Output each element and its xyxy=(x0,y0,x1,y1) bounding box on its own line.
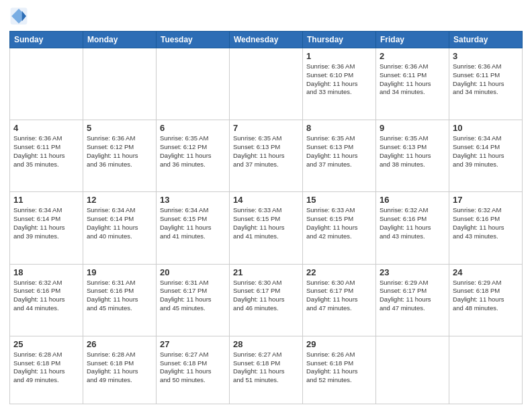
calendar-day-header: Monday xyxy=(83,32,157,48)
calendar-cell: 1Sunrise: 6:36 AM Sunset: 6:10 PM Daylig… xyxy=(303,48,376,120)
calendar-cell: 10Sunrise: 6:34 AM Sunset: 6:14 PM Dayli… xyxy=(449,120,523,192)
calendar-cell: 29Sunrise: 6:26 AM Sunset: 6:18 PM Dayli… xyxy=(303,336,376,404)
cell-info: Sunrise: 6:34 AM Sunset: 6:15 PM Dayligh… xyxy=(160,206,226,240)
calendar-day-header: Saturday xyxy=(449,32,523,48)
calendar-cell: 17Sunrise: 6:32 AM Sunset: 6:16 PM Dayli… xyxy=(449,192,523,264)
day-number: 15 xyxy=(306,195,372,205)
day-number: 12 xyxy=(87,195,152,205)
day-number: 4 xyxy=(13,123,79,133)
cell-info: Sunrise: 6:27 AM Sunset: 6:18 PM Dayligh… xyxy=(160,351,226,385)
calendar-week-row: 1Sunrise: 6:36 AM Sunset: 6:10 PM Daylig… xyxy=(10,48,523,120)
day-number: 24 xyxy=(453,267,519,277)
day-number: 2 xyxy=(380,51,445,61)
calendar-cell: 3Sunrise: 6:36 AM Sunset: 6:11 PM Daylig… xyxy=(449,48,523,120)
calendar-cell: 9Sunrise: 6:35 AM Sunset: 6:13 PM Daylig… xyxy=(376,120,449,192)
cell-info: Sunrise: 6:30 AM Sunset: 6:17 PM Dayligh… xyxy=(306,279,372,313)
day-number: 14 xyxy=(233,195,299,205)
day-number: 6 xyxy=(160,123,226,133)
calendar-cell: 16Sunrise: 6:32 AM Sunset: 6:16 PM Dayli… xyxy=(376,192,449,264)
cell-info: Sunrise: 6:33 AM Sunset: 6:15 PM Dayligh… xyxy=(233,206,299,240)
calendar-week-row: 18Sunrise: 6:32 AM Sunset: 6:16 PM Dayli… xyxy=(10,264,523,336)
cell-info: Sunrise: 6:35 AM Sunset: 6:13 PM Dayligh… xyxy=(380,134,445,169)
calendar-cell: 15Sunrise: 6:33 AM Sunset: 6:15 PM Dayli… xyxy=(303,192,376,264)
cell-info: Sunrise: 6:31 AM Sunset: 6:16 PM Dayligh… xyxy=(87,279,152,313)
calendar-week-row: 4Sunrise: 6:36 AM Sunset: 6:11 PM Daylig… xyxy=(10,120,523,192)
day-number: 10 xyxy=(453,123,519,133)
calendar-cell: 18Sunrise: 6:32 AM Sunset: 6:16 PM Dayli… xyxy=(10,264,83,336)
calendar-cell: 8Sunrise: 6:35 AM Sunset: 6:13 PM Daylig… xyxy=(303,120,376,192)
calendar-cell: 2Sunrise: 6:36 AM Sunset: 6:11 PM Daylig… xyxy=(376,48,449,120)
calendar-week-row: 11Sunrise: 6:34 AM Sunset: 6:14 PM Dayli… xyxy=(10,192,523,264)
calendar-cell: 25Sunrise: 6:28 AM Sunset: 6:18 PM Dayli… xyxy=(10,336,83,404)
day-number: 16 xyxy=(380,195,445,205)
calendar-cell xyxy=(157,48,230,120)
cell-info: Sunrise: 6:32 AM Sunset: 6:16 PM Dayligh… xyxy=(380,206,445,240)
calendar-cell: 22Sunrise: 6:30 AM Sunset: 6:17 PM Dayli… xyxy=(303,264,376,336)
cell-info: Sunrise: 6:36 AM Sunset: 6:11 PM Dayligh… xyxy=(453,62,519,97)
day-number: 7 xyxy=(233,123,299,133)
page: SundayMondayTuesdayWednesdayThursdayFrid… xyxy=(0,0,532,411)
calendar-cell: 11Sunrise: 6:34 AM Sunset: 6:14 PM Dayli… xyxy=(10,192,83,264)
calendar-cell: 26Sunrise: 6:28 AM Sunset: 6:18 PM Dayli… xyxy=(83,336,157,404)
calendar-cell: 4Sunrise: 6:36 AM Sunset: 6:11 PM Daylig… xyxy=(10,120,83,192)
calendar-cell: 20Sunrise: 6:31 AM Sunset: 6:17 PM Dayli… xyxy=(157,264,230,336)
calendar-cell: 12Sunrise: 6:34 AM Sunset: 6:14 PM Dayli… xyxy=(83,192,157,264)
cell-info: Sunrise: 6:36 AM Sunset: 6:11 PM Dayligh… xyxy=(380,62,445,97)
day-number: 20 xyxy=(160,267,226,277)
calendar-cell xyxy=(449,336,523,404)
cell-info: Sunrise: 6:32 AM Sunset: 6:16 PM Dayligh… xyxy=(13,279,79,313)
day-number: 21 xyxy=(233,267,299,277)
cell-info: Sunrise: 6:27 AM Sunset: 6:18 PM Dayligh… xyxy=(233,351,299,385)
cell-info: Sunrise: 6:28 AM Sunset: 6:18 PM Dayligh… xyxy=(13,351,79,385)
day-number: 23 xyxy=(380,267,445,277)
cell-info: Sunrise: 6:33 AM Sunset: 6:15 PM Dayligh… xyxy=(306,206,372,240)
day-number: 3 xyxy=(453,51,519,61)
day-number: 11 xyxy=(13,195,79,205)
day-number: 25 xyxy=(13,339,79,349)
cell-info: Sunrise: 6:34 AM Sunset: 6:14 PM Dayligh… xyxy=(87,206,152,240)
calendar-day-header: Friday xyxy=(376,32,449,48)
calendar-day-header: Wednesday xyxy=(230,32,303,48)
cell-info: Sunrise: 6:28 AM Sunset: 6:18 PM Dayligh… xyxy=(87,351,152,385)
calendar-cell: 13Sunrise: 6:34 AM Sunset: 6:15 PM Dayli… xyxy=(157,192,230,264)
calendar-cell: 21Sunrise: 6:30 AM Sunset: 6:17 PM Dayli… xyxy=(230,264,303,336)
calendar-table: SundayMondayTuesdayWednesdayThursdayFrid… xyxy=(9,31,523,404)
calendar-cell xyxy=(230,48,303,120)
day-number: 19 xyxy=(87,267,152,277)
calendar-cell: 23Sunrise: 6:29 AM Sunset: 6:17 PM Dayli… xyxy=(376,264,449,336)
day-number: 26 xyxy=(87,339,152,349)
day-number: 1 xyxy=(306,51,372,61)
cell-info: Sunrise: 6:36 AM Sunset: 6:11 PM Dayligh… xyxy=(13,134,79,169)
calendar-cell xyxy=(376,336,449,404)
calendar-cell: 19Sunrise: 6:31 AM Sunset: 6:16 PM Dayli… xyxy=(83,264,157,336)
day-number: 27 xyxy=(160,339,226,349)
day-number: 17 xyxy=(453,195,519,205)
header xyxy=(9,7,523,26)
calendar-day-header: Sunday xyxy=(10,32,83,48)
day-number: 22 xyxy=(306,267,372,277)
cell-info: Sunrise: 6:31 AM Sunset: 6:17 PM Dayligh… xyxy=(160,279,226,313)
calendar-week-row: 25Sunrise: 6:28 AM Sunset: 6:18 PM Dayli… xyxy=(10,336,523,404)
cell-info: Sunrise: 6:32 AM Sunset: 6:16 PM Dayligh… xyxy=(453,206,519,240)
cell-info: Sunrise: 6:26 AM Sunset: 6:18 PM Dayligh… xyxy=(306,351,372,385)
calendar-header-row: SundayMondayTuesdayWednesdayThursdayFrid… xyxy=(10,32,523,48)
logo-icon xyxy=(9,7,28,26)
calendar-cell xyxy=(10,48,83,120)
cell-info: Sunrise: 6:30 AM Sunset: 6:17 PM Dayligh… xyxy=(233,279,299,313)
cell-info: Sunrise: 6:35 AM Sunset: 6:12 PM Dayligh… xyxy=(160,134,226,169)
calendar-cell: 24Sunrise: 6:29 AM Sunset: 6:18 PM Dayli… xyxy=(449,264,523,336)
calendar-day-header: Thursday xyxy=(303,32,376,48)
day-number: 8 xyxy=(306,123,372,133)
calendar-cell xyxy=(83,48,157,120)
cell-info: Sunrise: 6:36 AM Sunset: 6:10 PM Dayligh… xyxy=(306,62,372,97)
cell-info: Sunrise: 6:35 AM Sunset: 6:13 PM Dayligh… xyxy=(233,134,299,169)
day-number: 29 xyxy=(306,339,372,349)
calendar-day-header: Tuesday xyxy=(157,32,230,48)
cell-info: Sunrise: 6:29 AM Sunset: 6:18 PM Dayligh… xyxy=(453,279,519,313)
calendar-cell: 7Sunrise: 6:35 AM Sunset: 6:13 PM Daylig… xyxy=(230,120,303,192)
calendar-cell: 28Sunrise: 6:27 AM Sunset: 6:18 PM Dayli… xyxy=(230,336,303,404)
day-number: 5 xyxy=(87,123,152,133)
cell-info: Sunrise: 6:36 AM Sunset: 6:12 PM Dayligh… xyxy=(87,134,152,169)
cell-info: Sunrise: 6:29 AM Sunset: 6:17 PM Dayligh… xyxy=(380,279,445,313)
day-number: 28 xyxy=(233,339,299,349)
